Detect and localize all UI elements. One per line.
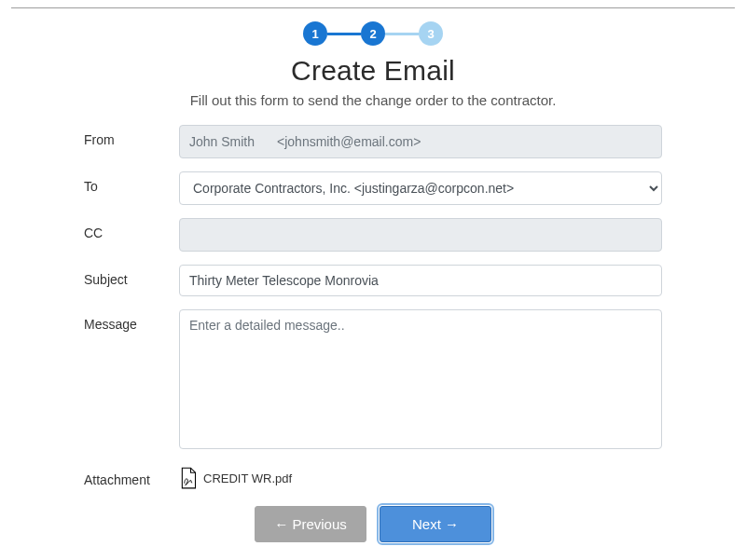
step-line-2-3 <box>385 33 419 35</box>
pdf-file-icon <box>179 467 198 489</box>
message-textarea[interactable] <box>179 309 662 449</box>
from-name: John Smith <box>189 134 255 149</box>
page-subtitle: Fill out this form to send the change or… <box>11 92 735 108</box>
email-form: From John Smith <johnsmith@email.com> To… <box>84 125 662 542</box>
cc-field <box>179 218 662 252</box>
step-1: 1 <box>303 21 327 46</box>
row-subject: Subject <box>84 265 662 296</box>
from-email: <johnsmith@email.com> <box>277 134 421 149</box>
row-cc: CC <box>84 218 662 252</box>
page-title: Create Email <box>11 55 735 87</box>
step-2: 2 <box>361 21 385 46</box>
button-bar: ← Previous Next → <box>84 506 662 542</box>
label-message: Message <box>84 309 168 332</box>
row-to: To Corporate Contractors, Inc. <justinga… <box>84 171 662 205</box>
next-button[interactable]: Next → <box>380 506 491 542</box>
label-subject: Subject <box>84 265 168 287</box>
label-to: To <box>84 171 168 194</box>
label-cc: CC <box>84 218 168 240</box>
progress-stepper: 1 2 3 <box>11 21 735 46</box>
attachment-filename[interactable]: CREDIT WR.pdf <box>203 471 292 485</box>
from-field: John Smith <johnsmith@email.com> <box>179 125 662 158</box>
step-line-1-2 <box>327 33 361 35</box>
to-select[interactable]: Corporate Contractors, Inc. <justingarza… <box>179 171 662 205</box>
previous-button[interactable]: ← Previous <box>255 506 366 542</box>
top-divider <box>11 7 735 8</box>
subject-input[interactable] <box>179 265 662 296</box>
row-from: From John Smith <johnsmith@email.com> <box>84 125 662 158</box>
label-from: From <box>84 125 168 147</box>
row-attachment: Attachment CREDIT WR.pdf <box>84 465 662 489</box>
label-attachment: Attachment <box>84 465 168 487</box>
row-message: Message <box>84 309 662 452</box>
step-3: 3 <box>419 21 443 46</box>
